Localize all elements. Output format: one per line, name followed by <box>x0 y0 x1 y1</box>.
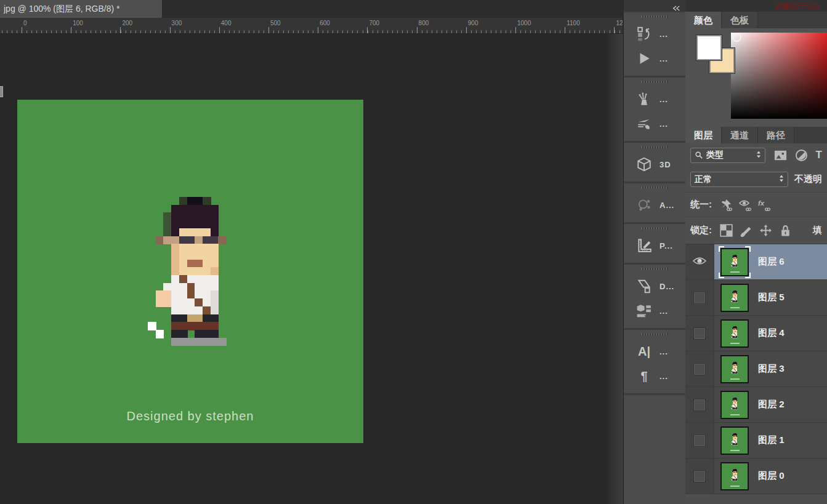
panel-icon-column: ............3DA...P...D......A|...¶... <box>624 0 685 504</box>
layer-row[interactable]: 图层 5 <box>685 280 827 316</box>
collapse-panels-icon[interactable] <box>672 2 680 13</box>
visibility-checkbox[interactable] <box>693 434 706 447</box>
filter-adjustment-layers-icon[interactable] <box>795 149 808 162</box>
filter-icons: T <box>774 149 822 162</box>
tab-channels[interactable]: 通道 <box>722 127 758 143</box>
panel-button-label: ... <box>660 306 668 316</box>
unify-row: 统一: fx <box>685 193 827 217</box>
document-tabbar: jpg @ 100% (图层 6, RGB/8) * <box>0 0 624 18</box>
layer-visibility-toggle[interactable] <box>685 244 714 279</box>
toolbar-edge-sliver <box>0 86 3 97</box>
color-picker-field[interactable] <box>731 33 827 119</box>
layer-visibility-toggle[interactable] <box>685 458 714 494</box>
thumbnail-caption-dash <box>730 307 740 308</box>
document-tab[interactable]: jpg @ 100% (图层 6, RGB/8) * <box>0 0 163 18</box>
panel-button-brush-cup[interactable]: ... <box>624 87 685 111</box>
panel-button-paragraph[interactable]: ¶... <box>624 364 685 388</box>
lock-position-move-icon[interactable] <box>759 224 772 237</box>
panel-button-char-panel[interactable]: A|... <box>624 339 685 364</box>
panel-button-label: ... <box>660 54 668 63</box>
layer-visibility-toggle[interactable] <box>685 387 714 422</box>
panel-group-grip[interactable] <box>641 268 668 270</box>
panel-group-grip[interactable] <box>641 333 668 335</box>
layer-row[interactable]: 图层 2 <box>685 387 827 423</box>
panel-group-grip[interactable] <box>641 81 668 83</box>
panel-button-history[interactable]: ... <box>624 22 685 46</box>
ruler-label: 300 <box>172 20 182 26</box>
layer-row[interactable]: 图层 1 <box>685 423 827 458</box>
filter-type-layers-icon[interactable]: T <box>816 149 822 161</box>
filter-pixel-layers-icon[interactable] <box>774 149 787 162</box>
ruler-label: 900 <box>468 20 478 26</box>
panel-button-cube-list[interactable]: ... <box>624 298 685 323</box>
color-picker-marker[interactable] <box>732 33 741 42</box>
search-icon <box>695 151 703 159</box>
panel-button-ruler-pencil[interactable]: P... <box>624 233 685 258</box>
layer-filter-row: 类型 T <box>685 143 827 167</box>
color-panel-body <box>685 28 827 127</box>
layer-row[interactable]: 图层 4 <box>685 316 827 351</box>
tab-paths[interactable]: 路径 <box>758 127 794 143</box>
unify-effects-fx-icon[interactable]: fx <box>757 198 770 211</box>
thumbnail-caption-dash <box>730 486 740 487</box>
tab-color[interactable]: 颜色 <box>685 12 722 28</box>
ruler-label: 800 <box>419 20 429 26</box>
canvas[interactable]: Designed by stephen <box>17 100 363 443</box>
foreground-color-swatch[interactable] <box>696 35 722 60</box>
unify-visibility-eye-icon[interactable] <box>738 198 751 211</box>
panel-button-cube-3d[interactable]: 3D <box>624 152 685 177</box>
layer-visibility-toggle[interactable] <box>685 351 714 386</box>
layer-thumbnail[interactable] <box>720 391 749 419</box>
layer-row[interactable]: 图层 3 <box>685 351 827 387</box>
panel-group-grip[interactable] <box>641 146 668 148</box>
horizontal-ruler[interactable]: 0100200300400500600700800900100011001200 <box>0 18 623 34</box>
layers-panel: 图层 通道 路径 类型 T 正常 <box>685 127 827 504</box>
tab-swatches[interactable]: 色板 <box>722 12 758 28</box>
layer-thumbnail[interactable] <box>720 284 749 312</box>
eye-icon <box>692 256 707 268</box>
panel-button-brush-settings[interactable]: ... <box>624 111 685 136</box>
panel-button-adjust-globe[interactable]: A... <box>624 193 685 217</box>
ruler-label: 700 <box>369 20 379 26</box>
panel-group: P... <box>624 224 685 263</box>
blend-mode-value: 正常 <box>695 174 712 185</box>
layer-thumbnail[interactable] <box>720 426 749 455</box>
layer-row[interactable]: 图层 0 <box>685 458 827 494</box>
tab-layers[interactable]: 图层 <box>685 127 722 143</box>
layer-visibility-toggle[interactable] <box>685 280 714 315</box>
shapes-icon <box>634 277 655 295</box>
char-panel-icon: A| <box>634 342 655 361</box>
visibility-checkbox[interactable] <box>693 399 706 411</box>
layer-thumbnail[interactable] <box>720 319 749 348</box>
document-edge-strip <box>607 34 624 504</box>
layer-thumbnail[interactable] <box>720 355 749 383</box>
panel-group-grip[interactable] <box>641 15 668 18</box>
unify-position-pin-icon[interactable] <box>719 198 732 211</box>
color-panel-tabs: 颜色 色板 <box>685 12 827 28</box>
layer-thumbnail[interactable] <box>720 462 749 490</box>
panel-button-shapes[interactable]: D... <box>624 274 685 298</box>
blend-mode-dropdown[interactable]: 正常 <box>690 172 788 187</box>
ruler-label: 0 <box>23 20 27 26</box>
panel-group-grip[interactable] <box>641 186 668 189</box>
layer-visibility-toggle[interactable] <box>685 316 714 351</box>
color-panel: 颜色 色板 <box>685 12 827 127</box>
ruler-label: 400 <box>221 20 232 26</box>
layer-filter-dropdown[interactable]: 类型 <box>690 148 765 163</box>
visibility-checkbox[interactable] <box>693 327 706 340</box>
lock-transparency-icon[interactable] <box>720 224 733 237</box>
panel-button-play[interactable]: ... <box>624 46 685 71</box>
panel-group-grip[interactable] <box>641 227 668 230</box>
layer-visibility-toggle[interactable] <box>685 423 714 458</box>
visibility-checkbox[interactable] <box>693 363 706 375</box>
visibility-checkbox[interactable] <box>693 470 706 482</box>
layer-thumbnail[interactable] <box>720 248 749 276</box>
lock-pixels-brush-icon[interactable] <box>740 224 752 237</box>
lock-all-padlock-icon[interactable] <box>779 224 792 237</box>
layer-row[interactable]: 图层 6 <box>685 244 827 280</box>
blend-mode-row: 正常 不透明 <box>685 167 827 193</box>
visibility-checkbox[interactable] <box>693 292 706 304</box>
layer-name: 图层 4 <box>758 327 785 339</box>
selection-corner <box>745 246 751 252</box>
fill-label: 填 <box>813 225 822 236</box>
